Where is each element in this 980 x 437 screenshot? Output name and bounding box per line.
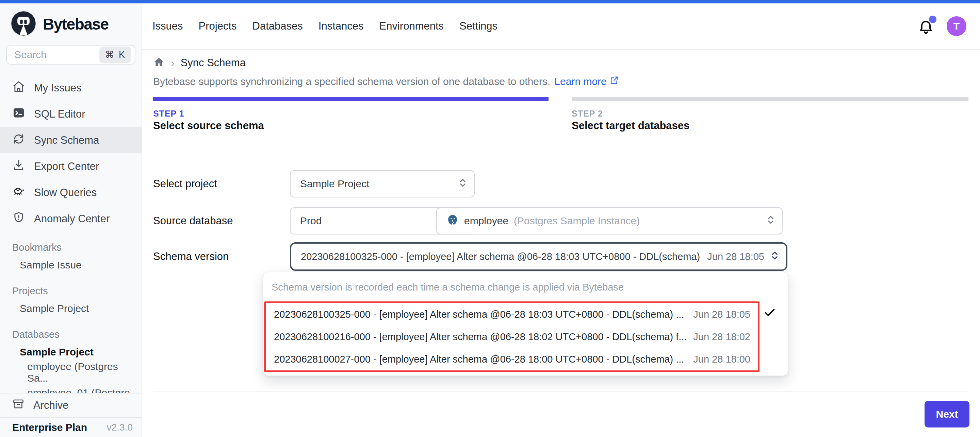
schema-version-select-value: 20230628100325-000 - [employee] Alter sc… <box>301 251 700 262</box>
plan-label: Enterprise Plan <box>12 422 87 433</box>
page-content: › Sync Schema Bytebase supports synchron… <box>142 50 980 437</box>
highlight-red-box: 20230628100325-000 - [employee] Alter sc… <box>264 301 759 372</box>
brand-logo[interactable]: Bytebase <box>0 3 142 38</box>
sidebar-item-archive[interactable]: Archive <box>0 393 142 417</box>
archive-icon <box>12 398 24 413</box>
project-select-value: Sample Project <box>300 178 369 190</box>
step1-title: Select source schema <box>153 120 264 132</box>
nav-issues[interactable]: Issues <box>153 20 183 32</box>
sidebar-db-employee[interactable]: employee (Postgres Sa... <box>0 362 142 383</box>
sidebar-item-label: Archive <box>33 399 68 412</box>
user-avatar[interactable]: T <box>947 16 966 36</box>
sidebar-menu: My Issues SQL Editor <box>0 75 142 232</box>
schema-version-option-2[interactable]: 20230628100216-000 - [employee] Alter sc… <box>266 326 758 348</box>
terminal-icon <box>12 106 25 122</box>
bell-icon <box>917 30 934 36</box>
notification-bell-button[interactable] <box>917 18 934 35</box>
sidebar-item-label: Sync Schema <box>34 134 99 146</box>
nav-settings[interactable]: Settings <box>460 20 498 32</box>
sidebar: Bytebase ⌘ K My Issues <box>0 3 142 437</box>
sidebar-item-sample-issue[interactable]: Sample Issue <box>0 255 142 275</box>
sidebar-item-slow-queries[interactable]: Slow Queries <box>0 179 142 206</box>
sidebar-item-sql-editor[interactable]: SQL Editor <box>0 101 142 127</box>
learn-more-label: Learn more <box>554 76 606 87</box>
step1-progress-bar <box>153 97 549 101</box>
option-text: 20230628100027-000 - [employee] Alter sc… <box>274 354 687 365</box>
sidebar-item-sync-schema[interactable]: Sync Schema <box>0 127 142 153</box>
top-navigation: Issues Projects Databases Instances Envi… <box>142 3 980 50</box>
sidebar-item-export-center[interactable]: Export Center <box>0 153 142 179</box>
breadcrumb-separator: › <box>171 57 175 69</box>
section-title-projects: Projects <box>0 283 142 298</box>
step2-label: STEP 2 <box>572 109 603 119</box>
search-box[interactable]: ⌘ K <box>6 45 135 65</box>
schema-version-label: Schema version <box>153 250 229 263</box>
sidebar-item-label: SQL Editor <box>34 108 85 120</box>
nav-environments[interactable]: Environments <box>379 20 444 32</box>
sidebar-db-group-sample-project[interactable]: Sample Project <box>0 342 142 362</box>
schema-version-select[interactable]: 20230628100325-000 - [employee] Alter sc… <box>290 242 788 271</box>
environment-select-value: Prod <box>300 215 321 226</box>
search-shortcut-badge: ⌘ K <box>99 47 131 63</box>
postgres-icon <box>447 214 459 228</box>
chevron-updown-icon <box>766 214 775 228</box>
home-icon <box>12 80 25 96</box>
breadcrumb-page: Sync Schema <box>181 57 246 69</box>
step2-progress-bar <box>572 97 969 101</box>
chevron-updown-icon <box>770 250 779 264</box>
chevron-updown-icon <box>458 177 467 191</box>
sidebar-footer: Enterprise Plan v2.3.0 <box>0 417 142 437</box>
shield-alert-icon <box>12 211 25 226</box>
select-project-label: Select project <box>153 178 217 190</box>
sidebar-db-employee-01[interactable]: employee_01 (Postgre... <box>0 383 142 393</box>
sidebar-item-label: Slow Queries <box>34 187 97 199</box>
description-text: Bytebase supports synchronizing a specif… <box>153 76 550 87</box>
option-text: 20230628100325-000 - [employee] Alter sc… <box>274 309 687 320</box>
option-date: Jun 28 18:00 <box>693 354 750 365</box>
step2-title: Select target databases <box>572 120 689 132</box>
schema-version-dropdown: Schema version is recorded each time a s… <box>263 272 788 376</box>
section-title-databases: Databases <box>0 327 142 342</box>
schema-version-option-1[interactable]: 20230628100325-000 - [employee] Alter sc… <box>266 303 758 326</box>
step1-label: STEP 1 <box>153 109 185 119</box>
version-label: v2.3.0 <box>107 422 133 433</box>
next-button[interactable]: Next <box>924 401 969 428</box>
nav-databases[interactable]: Databases <box>253 20 303 32</box>
top-accent-strip <box>0 0 980 3</box>
schema-version-select-date: Jun 28 18:05 <box>707 251 764 262</box>
brand-name: Bytebase <box>43 15 108 33</box>
option-date: Jun 28 18:05 <box>693 309 750 320</box>
sidebar-item-label: Anomaly Center <box>34 213 110 225</box>
database-select-instance: (Postgres Sample Instance) <box>514 215 640 226</box>
external-link-icon <box>609 76 619 87</box>
page-description: Bytebase supports synchronizing a specif… <box>153 76 619 87</box>
sidebar-item-label: My Issues <box>34 82 82 94</box>
download-icon <box>12 159 25 174</box>
sidebar-scroll-area: My Issues SQL Editor <box>0 65 142 393</box>
sidebar-item-label: Export Center <box>34 160 99 173</box>
schema-version-option-3[interactable]: 20230628100027-000 - [employee] Alter sc… <box>266 348 758 370</box>
option-date: Jun 28 18:02 <box>693 331 750 342</box>
nav-instances[interactable]: Instances <box>318 20 364 32</box>
option-text: 20230628100216-000 - [employee] Alter sc… <box>274 331 687 342</box>
learn-more-link[interactable]: Learn more <box>554 76 619 87</box>
nav-projects[interactable]: Projects <box>199 20 237 32</box>
bytebase-logo-icon <box>10 10 37 38</box>
sidebar-item-sample-project[interactable]: Sample Project <box>0 298 142 319</box>
dropdown-hint: Schema version is recorded each time a s… <box>272 282 624 293</box>
selected-check-icon <box>763 306 776 320</box>
footer-divider <box>153 391 969 391</box>
home-breadcrumb-icon[interactable] <box>153 56 165 69</box>
section-title-bookmarks: Bookmarks <box>0 240 142 255</box>
breadcrumb: › Sync Schema <box>153 56 246 69</box>
sidebar-item-anomaly-center[interactable]: Anomaly Center <box>0 206 142 232</box>
notification-dot <box>929 16 937 23</box>
database-select-name: employee <box>464 215 508 226</box>
database-select[interactable]: employee (Postgres Sample Instance) <box>436 207 783 234</box>
turtle-icon <box>12 185 25 201</box>
source-database-label: Source database <box>153 215 233 227</box>
sidebar-item-my-issues[interactable]: My Issues <box>0 75 142 101</box>
project-select[interactable]: Sample Project <box>290 170 475 198</box>
sync-icon <box>12 133 25 148</box>
search-input[interactable] <box>14 49 96 60</box>
